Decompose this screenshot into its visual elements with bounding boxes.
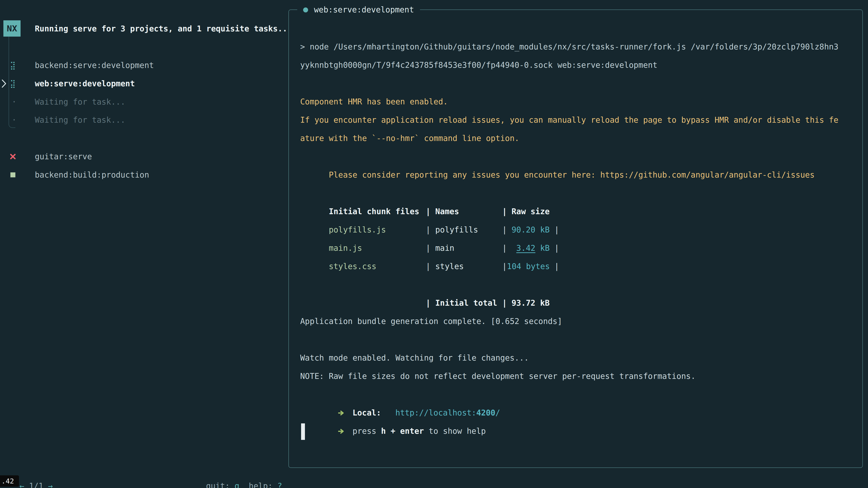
command-line: > node /Users/mhartington/Github/guitars… bbox=[300, 38, 838, 56]
note-message: NOTE: Raw file sizes do not reflect deve… bbox=[300, 367, 838, 385]
waiting-dot-icon: · bbox=[12, 111, 17, 129]
sidebar-item-waiting-2[interactable]: Waiting for task... bbox=[35, 111, 125, 129]
nx-logo-badge: NX bbox=[3, 20, 21, 37]
sidebar-item-guitar-serve[interactable]: guitar:serve bbox=[35, 148, 92, 166]
spinner-icon: ⣽ bbox=[10, 74, 16, 93]
keyboard-hints: quit:qhelp:? bbox=[196, 459, 282, 477]
watch-mode-message: Watch mode enabled. Watching for file ch… bbox=[300, 349, 838, 367]
failed-cross-icon bbox=[9, 153, 17, 162]
selection-chevron-icon bbox=[1, 78, 7, 90]
sidebar-item-waiting-1[interactable]: Waiting for task... bbox=[35, 93, 125, 111]
panel-title-label: web:serve:development bbox=[314, 1, 414, 19]
quit-label: quit: bbox=[206, 482, 230, 488]
local-url-line: Local:http://localhost:4200/ bbox=[300, 385, 838, 404]
pager-controls: ←1/1→ bbox=[10, 459, 53, 477]
press-word: press bbox=[352, 427, 376, 435]
terminal-cursor[interactable] bbox=[301, 423, 305, 440]
plus-sign: + bbox=[391, 427, 395, 435]
terminal-output: > node /Users/mhartington/Github/guitars… bbox=[300, 38, 838, 440]
hmr-message: If you encounter application reload issu… bbox=[300, 111, 838, 129]
hmr-report-link[interactable]: https://github.com/angular/angular-cli/i… bbox=[600, 170, 814, 180]
pager-next-icon[interactable]: → bbox=[48, 482, 53, 488]
task-output-panel: web:serve:development > node /Users/mhar… bbox=[288, 9, 863, 468]
hmr-message: ature with the `--no-hmr` command line o… bbox=[300, 129, 838, 148]
key-enter: enter bbox=[400, 427, 424, 435]
success-square-icon bbox=[10, 172, 16, 177]
help-key: ? bbox=[277, 482, 282, 488]
panel-title: web:serve:development bbox=[297, 1, 420, 19]
local-label: Local: bbox=[352, 408, 381, 417]
spinner-icon: ⣽ bbox=[10, 56, 16, 74]
local-url[interactable]: http://localhost:4200/ bbox=[395, 408, 500, 417]
key-h: h bbox=[381, 427, 386, 435]
bundle-complete-message: Application bundle generation complete. … bbox=[300, 312, 838, 330]
arrow-right-icon bbox=[338, 404, 345, 422]
hmr-report-prefix: Please consider reporting any issues you… bbox=[329, 170, 595, 180]
position-overlay: .42 bbox=[0, 475, 19, 487]
sidebar-item-backend-serve[interactable]: backend:serve:development bbox=[35, 56, 154, 74]
hmr-message: Component HMR has been enabled. bbox=[300, 93, 838, 111]
arrow-right-icon bbox=[338, 422, 345, 441]
pager-prev-icon[interactable]: ← bbox=[20, 482, 24, 488]
task-running-dot-icon bbox=[303, 7, 308, 12]
hmr-report-line: Please consider reporting any issues you… bbox=[300, 148, 838, 166]
command-line: yyknnbtgh0000gn/T/9f4c243785f8453e3f00/f… bbox=[300, 56, 838, 74]
pager-position: 1/1 bbox=[29, 482, 43, 488]
chunk-table-header: Initial chunk files|Names|Raw size bbox=[300, 184, 838, 202]
help-label: help: bbox=[249, 482, 273, 488]
sidebar-item-web-serve-selected[interactable]: web:serve:development bbox=[35, 74, 135, 93]
tasks-heading: Running serve for 3 projects, and 1 requ… bbox=[35, 20, 287, 38]
press-suffix: to show help bbox=[429, 427, 486, 435]
quit-key: q bbox=[235, 482, 239, 488]
waiting-dot-icon: · bbox=[12, 93, 17, 111]
sidebar-item-backend-build[interactable]: backend:build:production bbox=[35, 166, 149, 184]
table-total-row: |Initial total|93.72 kB bbox=[300, 275, 838, 294]
